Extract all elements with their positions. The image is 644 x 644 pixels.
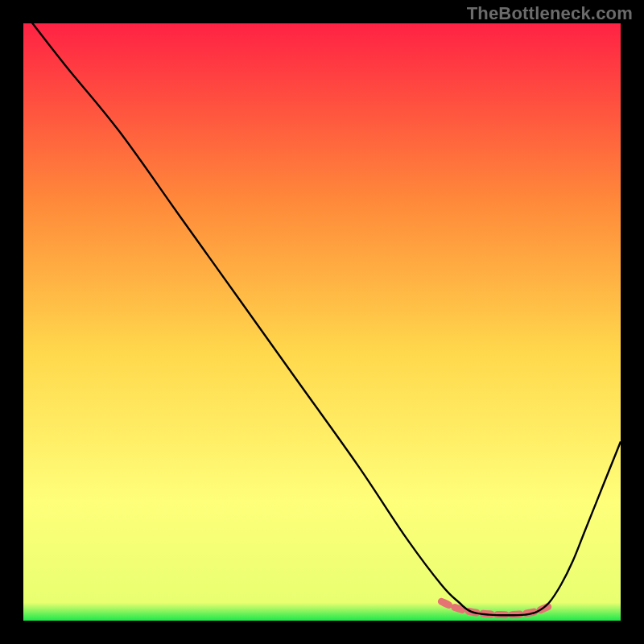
gradient-background <box>23 23 621 621</box>
watermark-text: TheBottleneck.com <box>467 3 633 24</box>
chart-svg <box>23 23 621 621</box>
plot-area <box>23 23 621 621</box>
chart-container: TheBottleneck.com <box>0 0 644 644</box>
